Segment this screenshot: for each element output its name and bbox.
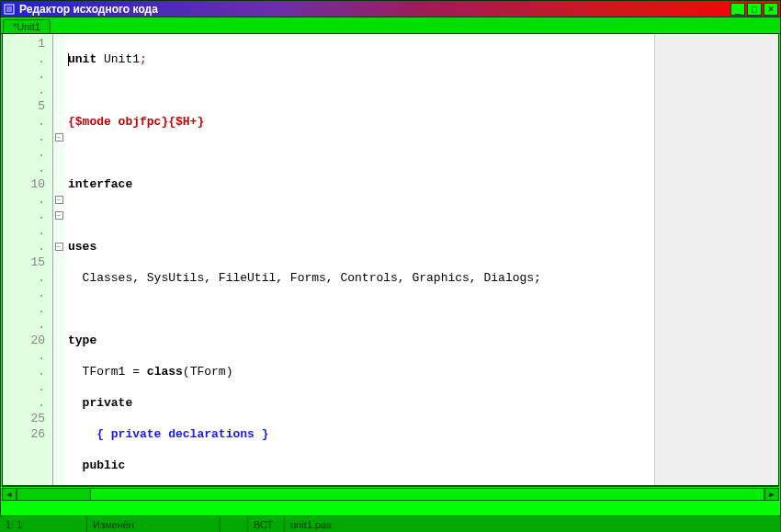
fold-icon[interactable]: −	[55, 196, 63, 204]
tab-unit1[interactable]: *Unit1	[3, 19, 51, 33]
app-icon	[3, 3, 16, 16]
minimize-button[interactable]: _	[730, 3, 745, 16]
fold-icon[interactable]: −	[55, 243, 63, 251]
horizontal-scrollbar[interactable]: ◄ ►	[2, 486, 779, 501]
editor-margin	[654, 34, 778, 485]
status-modified: Изменён	[87, 516, 221, 532]
fold-icon[interactable]: −	[55, 133, 63, 141]
scroll-right-icon[interactable]: ►	[764, 488, 779, 501]
maximize-button[interactable]: □	[747, 3, 762, 16]
window-title: Редактор исходного кода	[19, 3, 158, 16]
status-cursor-pos: 1: 1	[0, 516, 87, 532]
titlebar: Редактор исходного кода _ □ ×	[1, 1, 780, 17]
statusbar: 1: 1 Изменён ВСТ unit1.pas	[0, 515, 781, 532]
svg-rect-1	[6, 6, 12, 12]
tab-strip: *Unit1	[1, 17, 780, 34]
code-content[interactable]: unit Unit1; {$mode objfpc}{$H+} interfac…	[64, 34, 654, 485]
status-empty1	[221, 516, 248, 532]
status-insert-mode: ВСТ	[248, 516, 285, 532]
fold-icon[interactable]: −	[55, 211, 63, 220]
code-editor[interactable]: 1...5....10....15....20....2526 − −− − u…	[2, 33, 779, 486]
status-filename: unit1.pas	[285, 516, 781, 532]
scroll-thumb[interactable]	[17, 489, 91, 500]
close-button[interactable]: ×	[764, 3, 778, 16]
editor-area: 1...5....10....15....20....2526 − −− − u…	[2, 33, 779, 501]
scroll-track[interactable]	[17, 488, 764, 501]
gutter: 1...5....10....15....20....2526	[3, 34, 53, 485]
scroll-left-icon[interactable]: ◄	[2, 488, 17, 501]
fold-column: − −− −	[53, 34, 64, 485]
